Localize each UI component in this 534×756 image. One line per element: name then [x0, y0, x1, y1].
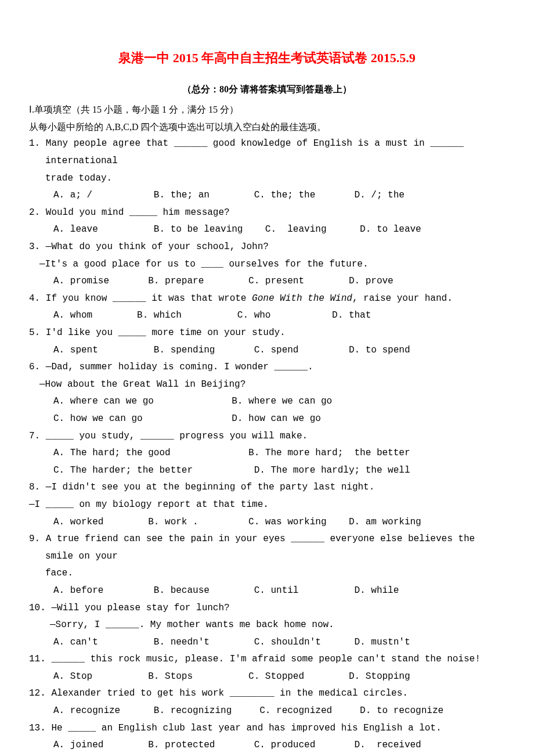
- q-text: —I didn't see you at the beginning of th…: [46, 482, 375, 492]
- q-text: I'd like you _____ more time on your stu…: [46, 327, 286, 338]
- question-3: 3. —What do you think of your school, Jo…: [29, 239, 505, 290]
- q-text: _____ you study, ______ progress you wil…: [46, 431, 308, 441]
- q-options-line1: A. The hard; the good B. The more hard; …: [53, 445, 505, 462]
- q-num: 3.: [29, 242, 40, 252]
- q-options: A. Stop B. Stops C. Stopped D. Stopping: [53, 668, 505, 686]
- q-italic: Gone With the Wind: [252, 293, 352, 304]
- q-num: 6.: [29, 362, 40, 372]
- q-text: If you know ______ it was that wrote: [46, 293, 252, 304]
- q-num: 10.: [29, 603, 46, 613]
- q-sub: —It's a good place for us to ____ oursel…: [39, 256, 505, 273]
- q-text: He _____ an English club last year and h…: [51, 723, 441, 733]
- q-options: A. spent B. spending C. spend D. to spen…: [53, 342, 505, 359]
- question-12: 12. Alexander tried to get his work ____…: [29, 685, 505, 719]
- q-num: 4.: [29, 293, 40, 304]
- q-num: 2.: [29, 207, 40, 218]
- q-options-line2: C. The harder; the better D. The more ha…: [53, 462, 505, 480]
- q-text: A true friend can see the pain in your e…: [45, 534, 475, 561]
- q-text: Would you mind _____ him message?: [46, 207, 230, 218]
- q-text: —Will you please stay for lunch?: [51, 603, 229, 613]
- q-cont: face.: [45, 565, 505, 582]
- q-num: 11.: [29, 654, 46, 664]
- q-sub: —I _____ on my biology report at that ti…: [29, 496, 505, 514]
- q-num: 12.: [29, 688, 46, 699]
- q-options: A. a; / B. the; an C. the; the D. /; the: [53, 187, 505, 204]
- question-2: 2. Would you mind _____ him message? A. …: [29, 204, 505, 239]
- q-num: 8.: [29, 482, 40, 492]
- exam-subtitle: （总分：80分 请将答案填写到答题卷上）: [29, 81, 505, 98]
- q-text: —Dad, summer holiday is coming. I wonder…: [46, 362, 313, 372]
- question-5: 5. I'd like you _____ more time on your …: [29, 325, 505, 359]
- instruction: 从每小题中所给的 A,B,C,D 四个选项中选出可以填入空白处的最佳选项。: [29, 118, 505, 136]
- question-7: 7. _____ you study, ______ progress you …: [29, 428, 505, 480]
- q-options: A. can't B. needn't C. shouldn't D. must…: [53, 634, 505, 651]
- q-options-line1: A. where can we go B. where we can go: [53, 393, 505, 411]
- question-13: 13. He _____ an English club last year a…: [29, 720, 505, 754]
- q-text: ______ this rock music, please. I'm afra…: [51, 654, 480, 664]
- exam-title: 泉港一中 2015 年高中自主招生考试英语试卷 2015.5.9: [29, 46, 505, 70]
- q-options: A. worked B. work . C. was working D. am…: [53, 514, 505, 531]
- q-options: A. before B. because C. until D. while: [53, 582, 505, 600]
- question-9: 9. A true friend can see the pain in you…: [29, 531, 505, 599]
- question-4: 4. If you know ______ it was that wrote …: [29, 290, 505, 325]
- q-options: A. leave B. to be leaving C. leaving D. …: [53, 221, 505, 239]
- q-options-line2: C. how we can go D. how can we go: [53, 411, 505, 428]
- q-text: —What do you think of your school, John?: [46, 242, 269, 252]
- q-num: 5.: [29, 327, 40, 338]
- q-options: A. recognize B. recognizing C. recognize…: [53, 703, 505, 720]
- q-num: 9.: [29, 534, 40, 544]
- question-8: 8. —I didn't see you at the beginning of…: [29, 479, 505, 531]
- q-cont: trade today.: [45, 170, 505, 188]
- q-sub: —Sorry, I ______. My mother wants me bac…: [50, 617, 505, 634]
- q-text-after: , raise your hand.: [352, 293, 453, 304]
- q-num: 13.: [29, 723, 46, 733]
- q-num: 7.: [29, 431, 40, 441]
- q-text: Many people agree that ______ good knowl…: [45, 138, 464, 166]
- section-header: Ⅰ.单项填空（共 15 小题，每小题 1 分，满分 15 分）: [29, 101, 505, 118]
- q-options: A. whom B. which C. who D. that: [53, 307, 505, 325]
- q-sub: —How about the Great Wall in Beijing?: [39, 376, 505, 394]
- q-options: A. promise B. prepare C. present D. prov…: [53, 273, 505, 290]
- question-6: 6. —Dad, summer holiday is coming. I won…: [29, 359, 505, 427]
- question-1: 1. Many people agree that ______ good kn…: [29, 135, 505, 204]
- q-num: 1.: [29, 138, 40, 149]
- q-text: Alexander tried to get his work ________…: [51, 688, 408, 699]
- question-11: 11. ______ this rock music, please. I'm …: [29, 651, 505, 685]
- q-options: A. joined B. protected C. produced D. re…: [53, 737, 505, 754]
- question-10: 10. —Will you please stay for lunch? —So…: [29, 600, 505, 651]
